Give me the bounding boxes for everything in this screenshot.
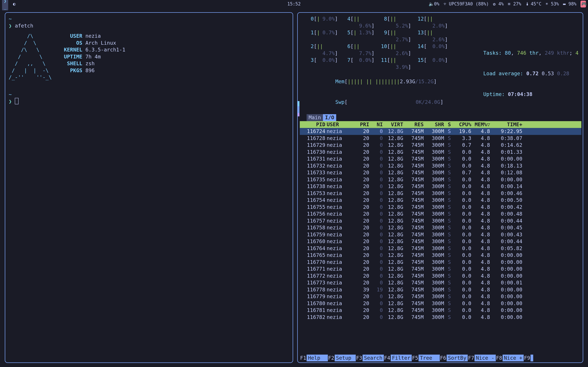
cpu-meter-5: 5[|1.3%] — [341, 29, 374, 43]
terminal-left-pane[interactable]: ~ ❯ afetch /\ / \ /\ \ / \ / ,, \ / | | … — [5, 12, 293, 363]
process-row[interactable]: 116755nezia20012.8G745M300MS0.04.80:00.4… — [300, 204, 581, 211]
home-tilde: ~ — [9, 16, 289, 22]
fkey-f1[interactable]: F1Help — [300, 355, 328, 362]
fkey-f3[interactable]: F3Search — [356, 355, 384, 362]
process-row[interactable]: 116757nezia20012.8G745M300MS0.04.80:00.4… — [300, 217, 581, 225]
process-row[interactable]: 116731nezia20012.8G745M300MS0.04.80:00.0… — [300, 155, 581, 162]
cpu-meter-6: 6[||7.7%] — [341, 43, 374, 57]
info-os: OS Arch Linux — [59, 40, 125, 47]
cpu-meter-0: 0[|9.0%] — [304, 16, 338, 29]
memory-indicator[interactable]: ≡27% — [508, 1, 521, 7]
fkey-f4[interactable]: F4Filter — [384, 355, 412, 362]
wifi-indicator[interactable]: ᯤUPC59F3A0 (88%) — [443, 1, 489, 7]
terminal-icon[interactable]: ❯_ — [2, 0, 8, 10]
cpu-meters: 0[|9.0%] 4[||9.6%] 8[||5.2%] 12[||2.0%] … — [302, 16, 450, 71]
col-time[interactable]: TIME+ — [490, 121, 524, 128]
tab-main[interactable]: Main — [307, 114, 323, 121]
clock: 15:52 — [287, 1, 301, 7]
tasks-line: Tasks: 80, 746 thr, 249 kthr; 4 — [450, 43, 581, 63]
memory-meter: Mem[||||| || ||||||||2.93G/15.2G] — [302, 71, 439, 92]
fkey-f5[interactable]: F5Tree — [412, 355, 440, 362]
process-row[interactable]: 116735nezia20012.8G745M300MS0.04.80:00.0… — [300, 176, 581, 183]
fkey-f7[interactable]: F7Nice - — [468, 355, 496, 362]
cpu-meter-1: 1[|0.7%] — [304, 29, 338, 43]
temperature-indicator[interactable]: 🌡45°C — [525, 1, 541, 7]
col-cpu[interactable]: CPU% — [451, 121, 471, 128]
cpu-meter-8: 8[||5.2%] — [378, 16, 411, 29]
gear-icon: ✿ — [493, 1, 497, 7]
cpu-meter-9: 9[||2.7%] — [378, 29, 411, 43]
function-key-bar[interactable]: F1Help F2Setup F3SearchF4FilterF5Tree F6… — [300, 355, 581, 362]
col-state[interactable]: S — [444, 121, 451, 128]
cpu-indicator[interactable]: ✿4% — [493, 1, 504, 7]
tab-io[interactable]: I/O — [323, 114, 336, 121]
process-row[interactable]: 116772nezia20012.8G745M300MS0.04.80:00.0… — [300, 273, 581, 280]
process-row[interactable]: 116759nezia20012.8G745M300MS0.04.80:00.4… — [300, 231, 581, 238]
process-table-body[interactable]: 116724nezia20012.8G745M300MS19.64.89:22.… — [300, 128, 581, 361]
battery-icon: ▬ — [563, 1, 567, 7]
process-row[interactable]: 116754nezia20012.8G745M300MS0.04.80:00.5… — [300, 197, 581, 204]
info-shell: SHELL zsh — [59, 60, 125, 67]
process-row[interactable]: 116738nezia20012.8G745M300MS0.04.80:00.1… — [300, 183, 581, 190]
cpu-meter-15: 15[0.0%] — [415, 57, 448, 70]
fkey-f6[interactable]: F6SortBy — [440, 355, 468, 362]
discord-icon[interactable]: 🎮 — [580, 1, 586, 7]
cpu-meter-4: 4[||9.6%] — [341, 16, 374, 29]
process-row[interactable]: 116760nezia20012.8G745M300MS0.04.80:00.4… — [300, 238, 581, 245]
process-row[interactable]: 116764nezia20012.8G745M300MS0.04.80:05.8… — [300, 245, 581, 252]
col-mem[interactable]: MEM%▽ — [471, 121, 490, 128]
arch-ascii-logo: /\ / \ /\ \ / \ / ,, \ / | | -\ /_-'' ''… — [9, 33, 52, 81]
process-row[interactable]: 116730nezia20012.8G745M300MS0.04.80:01.3… — [300, 149, 581, 156]
process-row[interactable]: 116758nezia20012.8G745M300MS0.04.80:00.4… — [300, 224, 581, 231]
scroll-gutter[interactable] — [298, 101, 299, 352]
col-shr[interactable]: SHR — [424, 121, 444, 128]
volume-icon: 🔈 — [429, 1, 433, 7]
battery-indicator[interactable]: ▬98% — [563, 1, 576, 7]
wifi-icon: ᯤ — [443, 1, 448, 7]
process-row[interactable]: 116780nezia20012.8G745M300MS0.04.80:00.0… — [300, 300, 581, 307]
text-cursor — [15, 98, 18, 104]
cpu-meter-7: 7[0.0%] — [341, 57, 374, 70]
col-ni[interactable]: NI — [369, 121, 383, 128]
process-row[interactable]: 116756nezia20012.8G745M300MS0.04.80:00.4… — [300, 210, 581, 217]
process-row[interactable]: 116765nezia20012.8G745M300MS0.04.80:00.0… — [300, 252, 581, 259]
thermometer-icon: 🌡 — [525, 1, 529, 7]
process-row[interactable]: 116779nezia20012.8G745M300MS0.04.80:00.0… — [300, 293, 581, 300]
cpu-meter-14: 14[0.0%] — [415, 43, 448, 57]
process-row[interactable]: 116732nezia20012.8G745M300MS0.04.80:18.1… — [300, 162, 581, 169]
col-user[interactable]: USER — [327, 121, 350, 128]
fkey-f2[interactable]: F2Setup — [328, 355, 356, 362]
process-row[interactable]: 116770nezia20012.8G745M300MS0.04.80:00.0… — [300, 259, 581, 266]
info-user: USER nezia — [59, 33, 125, 40]
cpu-meter-3: 3[0.0%] — [304, 57, 338, 70]
col-pid[interactable]: PID — [300, 121, 327, 128]
firefox-icon[interactable]: ◐ — [12, 1, 16, 7]
brightness-indicator[interactable]: ☀53% — [545, 1, 559, 7]
process-row[interactable]: 116782nezia20012.8G745M300MS0.04.80:00.0… — [300, 314, 581, 321]
process-row[interactable]: 116781nezia20012.8G745M300MS0.04.80:00.0… — [300, 307, 581, 314]
process-row[interactable]: 116753nezia20012.8G745M300MS0.04.80:00.4… — [300, 190, 581, 197]
sun-icon: ☀ — [545, 1, 550, 7]
htop-tabs[interactable]: Main I/O — [307, 114, 581, 121]
process-row[interactable]: 116729nezia20012.8G745M300MS0.74.80:14.6… — [300, 142, 581, 149]
process-row[interactable]: 116724nezia20012.8G745M300MS19.64.89:22.… — [300, 128, 581, 135]
prompt-line[interactable]: ❯ — [9, 98, 289, 105]
cpu-meter-12: 12[||2.0%] — [415, 16, 448, 29]
process-row[interactable]: 116771nezia20012.8G745M300MS0.04.80:00.0… — [300, 266, 581, 273]
process-row[interactable]: 116733nezia20012.8G745M300MS0.74.80:12.0… — [300, 169, 581, 176]
process-row[interactable]: 116778nezia391912.8G745M300MS0.04.80:00.… — [300, 286, 581, 293]
swap-meter: Swp[0K/24.0G] — [302, 92, 446, 113]
info-pkgs: PKGS 896 — [59, 67, 125, 74]
volume-indicator[interactable]: 🔈0% — [429, 1, 439, 7]
uptime-line: Uptime: 07:04:38 — [450, 84, 535, 105]
fkey-f8[interactable]: F8Nice + — [496, 355, 524, 362]
process-row[interactable]: 116728nezia20012.8G745M300MS3.34.80:38.0… — [300, 135, 581, 142]
process-table-header[interactable]: PID USER PRI NI VIRT RES SHR S CPU% MEM%… — [300, 121, 581, 128]
fkey-f9[interactable]: F9 — [524, 355, 533, 362]
col-virt[interactable]: VIRT — [383, 121, 403, 128]
col-res[interactable]: RES — [403, 121, 424, 128]
col-pri[interactable]: PRI — [350, 121, 369, 128]
status-bar: ❯_ ◐ 15:52 🔈0% ᯤUPC59F3A0 (88%) ✿4% ≡27%… — [0, 0, 588, 8]
terminal-right-pane[interactable]: 0[|9.0%] 4[||9.6%] 8[||5.2%] 12[||2.0%] … — [297, 12, 583, 363]
process-row[interactable]: 116773nezia20012.8G745M300MS0.04.80:00.0… — [300, 279, 581, 286]
